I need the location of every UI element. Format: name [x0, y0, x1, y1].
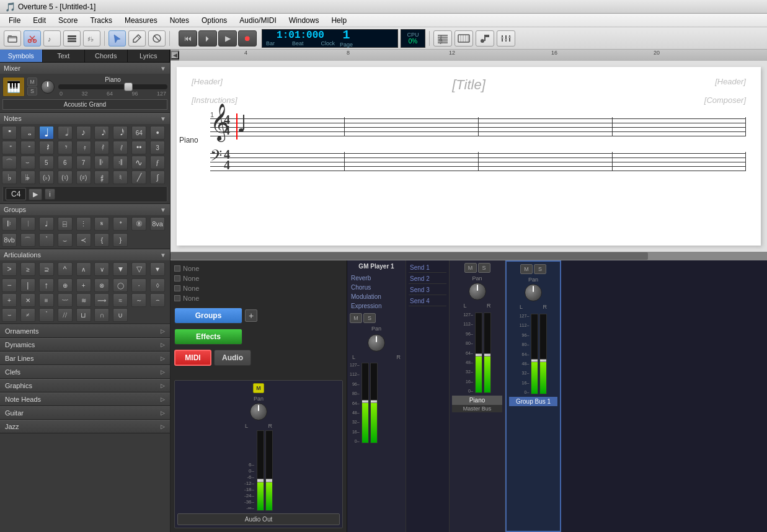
ornament1[interactable]: 𝄰 [94, 171, 109, 184]
sharps-button[interactable]: ♯♭ [83, 30, 100, 47]
open-button[interactable] [4, 30, 21, 47]
group-pan-knob[interactable] [525, 284, 542, 301]
art-18[interactable]: ◊ [150, 278, 165, 292]
piano-s-button[interactable]: S [478, 263, 490, 273]
curve-tool[interactable]: ∫ [150, 171, 165, 184]
staff-view-button[interactable]: 𝄞 [433, 30, 452, 47]
ornament2[interactable]: ♮ [113, 171, 128, 184]
menu-help[interactable]: Help [325, 15, 353, 26]
audio-button[interactable]: Audio [214, 350, 251, 366]
dbl-flat[interactable]: 𝄫 [20, 171, 35, 184]
piano-fader-l[interactable] [475, 353, 482, 357]
menu-options[interactable]: Options [195, 15, 233, 26]
note-dbl-dot[interactable]: •• [131, 141, 146, 154]
none-check-4[interactable] [174, 295, 180, 301]
art-4[interactable]: ^ [58, 262, 73, 276]
note-16th[interactable]: 𝅘𝅥𝅯 [94, 126, 109, 140]
art-14[interactable]: + [76, 278, 91, 292]
piano-pan-knob[interactable] [469, 283, 486, 300]
art-6[interactable]: ∨ [94, 262, 109, 276]
scroll-left-button[interactable]: ◀ [171, 51, 179, 60]
gm-pan-knob[interactable] [368, 334, 385, 352]
paren-sharp[interactable]: (♯) [76, 171, 91, 184]
vu-right-fader[interactable] [265, 479, 273, 482]
mixer-collapse[interactable]: ▼ [160, 65, 166, 72]
note-whole[interactable]: 𝅝 [20, 126, 35, 140]
dynamics-header[interactable]: Dynamics ▷ [0, 338, 170, 352]
groups-button[interactable]: Groups [174, 308, 242, 324]
none-check-2[interactable] [174, 275, 180, 282]
piano-roll-button[interactable] [454, 30, 473, 47]
flat[interactable]: ♭ [2, 171, 17, 184]
menu-file[interactable]: File [2, 15, 27, 26]
effects-button[interactable]: Effects [174, 329, 242, 345]
master-m-button[interactable]: M [253, 383, 264, 393]
art-30[interactable]: 𝄒 [39, 308, 54, 322]
group-13[interactable]: ⌣ [58, 233, 73, 247]
menu-audio-midi[interactable]: Audio/MIDI [233, 15, 282, 26]
note-mod7[interactable]: 𝄇 [113, 156, 128, 169]
graphics-header[interactable]: Graphics ▷ [0, 379, 170, 392]
play2-button[interactable]: ▶ [218, 30, 237, 47]
group-15[interactable]: { [94, 233, 109, 247]
paren-flat[interactable]: (♭) [39, 171, 54, 184]
mixer-pan-knob[interactable] [41, 80, 55, 94]
group-6[interactable]: 𝄋 [94, 217, 109, 231]
rest-quarter[interactable]: 𝄽 [39, 141, 54, 154]
group-12[interactable]: 𝄒 [39, 233, 54, 247]
paren-nat[interactable]: (♮) [58, 171, 73, 184]
mixer-view-button[interactable] [497, 30, 515, 47]
art-28[interactable]: ⌣ [2, 308, 17, 322]
h-scrollbar[interactable] [171, 252, 767, 260]
art-12[interactable]: ↑ [39, 278, 54, 292]
tie[interactable]: ⌒ [2, 156, 17, 169]
note-quarter[interactable]: ♩ [39, 126, 54, 140]
note-eighth[interactable]: ♪ [76, 126, 91, 140]
art-27[interactable]: ⌢ [150, 293, 165, 307]
art-22[interactable]: 〰 [58, 293, 73, 307]
gm-m-button[interactable]: M [350, 313, 362, 323]
note-half[interactable]: 𝅗𝅥 [58, 126, 73, 140]
art-17[interactable]: · [131, 278, 146, 292]
barlines-header[interactable]: Bar Lines ▷ [0, 352, 170, 365]
tab-symbols[interactable]: Symbols [0, 50, 43, 62]
tab-lyrics[interactable]: Lyrics [128, 50, 171, 62]
jazz-header[interactable]: Jazz ▷ [0, 420, 170, 433]
art-23[interactable]: ≋ [76, 293, 91, 307]
guitar-header[interactable]: Guitar ▷ [0, 406, 170, 420]
note-dot[interactable]: • [150, 126, 165, 140]
h-scroll-thumb[interactable] [171, 252, 648, 260]
group-fader-l[interactable] [531, 359, 538, 362]
rest-eighth[interactable]: 𝄾 [58, 141, 73, 154]
rest-16th[interactable]: 𝄿 [76, 141, 91, 154]
menu-score[interactable]: Score [52, 15, 84, 26]
group-2[interactable]: 𝄀 [20, 217, 35, 231]
art-3[interactable]: ⊇ [39, 262, 54, 276]
art-20[interactable]: ✕ [20, 293, 35, 307]
fader-thumb[interactable] [124, 82, 133, 91]
note-mod9[interactable]: ƒ [150, 156, 165, 169]
art-32[interactable]: ⊔ [76, 308, 91, 322]
none-check-1[interactable] [174, 265, 180, 272]
gm-reverb[interactable]: Reverb [350, 273, 403, 283]
art-33[interactable]: ∩ [94, 308, 109, 322]
articulations-collapse[interactable]: ▼ [160, 252, 166, 259]
menu-tracks[interactable]: Tracks [84, 15, 118, 26]
groups-collapse[interactable]: ▼ [160, 206, 166, 213]
rest-64th[interactable]: 𝅁 [113, 141, 128, 154]
mixer-mute-button[interactable]: M [27, 78, 37, 86]
art-7[interactable]: ▼ [113, 262, 128, 276]
group-14[interactable]: ≺ [76, 233, 91, 247]
art-5[interactable]: ∧ [76, 262, 91, 276]
gm-s-button[interactable]: S [363, 313, 376, 323]
group-10[interactable]: 8vb [2, 233, 17, 247]
group-3[interactable]: ♩ [39, 217, 54, 231]
note-mod8[interactable]: ∿ [131, 156, 146, 169]
note-mod4[interactable]: 6 [58, 156, 73, 169]
record-button[interactable]: ⏺ [238, 30, 257, 47]
art-1[interactable]: > [2, 262, 17, 276]
menu-measures[interactable]: Measures [118, 15, 164, 26]
slur[interactable]: ⌣ [20, 156, 35, 169]
group-4[interactable]: ⌸ [58, 217, 73, 231]
art-9[interactable]: ▾ [150, 262, 165, 276]
